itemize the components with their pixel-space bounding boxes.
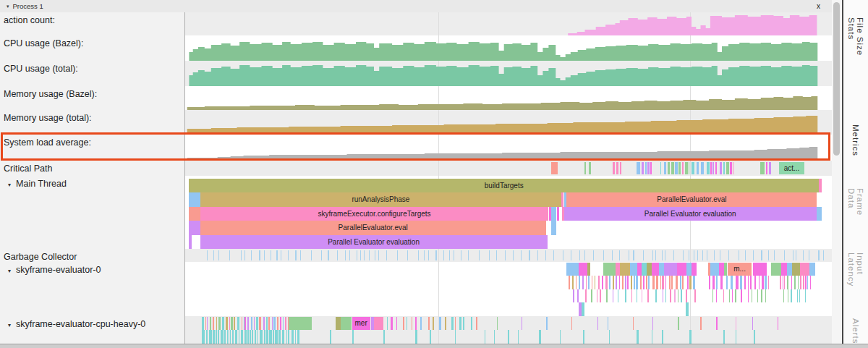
- trace-sliver[interactable]: [582, 276, 584, 289]
- trace-sliver[interactable]: [551, 162, 558, 174]
- trace-sliver[interactable]: [682, 276, 684, 289]
- trace-sliver[interactable]: [378, 250, 379, 260]
- trace-sliver[interactable]: [723, 330, 725, 343]
- trace-sliver[interactable]: [443, 250, 444, 260]
- trace-sliver[interactable]: [714, 250, 715, 260]
- timeline-track[interactable]: [185, 249, 832, 262]
- trace-sliver[interactable]: [224, 330, 226, 343]
- trace-sliver[interactable]: [485, 330, 485, 343]
- trace-sliver[interactable]: [288, 330, 290, 343]
- trace-sliver[interactable]: [579, 250, 580, 260]
- trace-sliver[interactable]: [642, 263, 647, 276]
- trace-sliver[interactable]: [720, 162, 722, 174]
- trace-sliver[interactable]: [433, 317, 434, 330]
- trace-sliver[interactable]: [255, 330, 256, 343]
- trace-sliver[interactable]: [468, 250, 469, 260]
- trace-sliver[interactable]: [281, 250, 281, 260]
- trace-sliver[interactable]: [656, 276, 658, 289]
- trace-sliver[interactable]: [229, 317, 230, 330]
- trace-sliver[interactable]: [227, 330, 228, 343]
- trace-sliver[interactable]: [602, 276, 603, 289]
- trace-sliver[interactable]: [374, 317, 383, 330]
- trace-sliver[interactable]: [579, 276, 580, 289]
- trace-sliver[interactable]: [295, 330, 297, 343]
- trace-sliver[interactable]: [715, 162, 717, 174]
- collapse-arrow-icon[interactable]: ▾: [8, 182, 11, 188]
- trace-sliver[interactable]: [598, 276, 600, 289]
- trace-sliver[interactable]: [539, 330, 540, 343]
- trace-sliver[interactable]: [591, 289, 592, 302]
- trace-sliver[interactable]: [229, 250, 230, 260]
- trace-sliver[interactable]: [461, 250, 461, 260]
- trace-sliver[interactable]: [189, 192, 200, 206]
- trace-sliver[interactable]: [757, 289, 758, 302]
- trace-sliver[interactable]: [709, 276, 710, 289]
- trace-sliver[interactable]: [739, 250, 739, 260]
- trace-sliver[interactable]: [748, 289, 749, 302]
- trace-sliver[interactable]: [513, 250, 514, 260]
- trace-sliver[interactable]: [686, 263, 692, 276]
- trace-sliver[interactable]: [451, 317, 453, 330]
- trace-sliver[interactable]: [762, 276, 764, 289]
- trace-sliver[interactable]: [463, 317, 464, 330]
- trace-sliver[interactable]: [595, 276, 596, 289]
- trace-sliver[interactable]: [642, 289, 642, 302]
- trace-sliver[interactable]: [675, 162, 678, 174]
- trace-sliver[interactable]: [650, 162, 652, 174]
- trace-sliver[interactable]: [817, 207, 821, 221]
- trace-sliver[interactable]: [300, 250, 301, 260]
- trace-sliver[interactable]: [671, 276, 673, 289]
- side-tab-frame-data[interactable]: Frame Data: [847, 188, 864, 236]
- trace-sliver[interactable]: [798, 276, 799, 289]
- trace-sliver[interactable]: [276, 250, 277, 260]
- trace-sliver[interactable]: [761, 250, 762, 260]
- trace-sliver[interactable]: [563, 250, 563, 260]
- trace-sliver[interactable]: [787, 276, 788, 289]
- trace-sliver[interactable]: [584, 162, 587, 174]
- trace-sliver[interactable]: [678, 289, 678, 302]
- trace-sliver[interactable]: [765, 276, 766, 289]
- trace-sliver[interactable]: [663, 289, 663, 302]
- trace-sliver[interactable]: [597, 317, 599, 330]
- trace-sliver[interactable]: [189, 207, 200, 221]
- trace-sliver[interactable]: [189, 235, 192, 249]
- trace-sliver[interactable]: [689, 330, 692, 343]
- collapse-arrow-icon[interactable]: ▾: [8, 268, 11, 274]
- vertical-scrollbar-thumb[interactable]: [833, 2, 840, 156]
- trace-sliver[interactable]: [218, 317, 221, 330]
- trace-sliver[interactable]: [207, 250, 208, 260]
- trace-sliver[interactable]: [613, 289, 613, 302]
- trace-sliver[interactable]: [726, 162, 729, 174]
- trace-sliver[interactable]: [260, 330, 263, 343]
- trace-sliver[interactable]: [280, 317, 281, 330]
- collapse-arrow-icon[interactable]: ▾: [7, 4, 9, 9]
- trace-sliver[interactable]: [631, 276, 632, 289]
- trace-sliver[interactable]: [213, 250, 214, 260]
- trace-sliver[interactable]: [569, 276, 570, 289]
- timeline-track[interactable]: m...: [185, 262, 832, 316]
- trace-sliver[interactable]: [719, 263, 724, 276]
- trace-sliver[interactable]: [600, 289, 601, 302]
- trace-sliver[interactable]: [403, 317, 404, 330]
- trace-sliver[interactable]: [652, 263, 660, 276]
- trace-sliver[interactable]: [230, 330, 231, 343]
- trace-sliver[interactable]: [637, 289, 637, 302]
- trace-sliver[interactable]: [571, 250, 571, 260]
- trace-sliver[interactable]: [566, 263, 579, 276]
- trace-sliver[interactable]: [791, 289, 791, 302]
- trace-sliver[interactable]: [292, 330, 294, 343]
- trace-sliver[interactable]: [800, 276, 801, 289]
- trace-sliver[interactable]: [753, 250, 754, 260]
- trace-sliver[interactable]: [636, 276, 637, 289]
- trace-sliver[interactable]: [471, 317, 472, 330]
- trace-sliver[interactable]: [784, 276, 785, 289]
- trace-sliver[interactable]: [357, 250, 357, 260]
- trace-sliver[interactable]: [629, 250, 629, 260]
- trace-sliver[interactable]: [652, 250, 653, 260]
- trace-sliver[interactable]: [213, 330, 215, 343]
- trace-sliver[interactable]: [750, 276, 751, 289]
- trace-sliver[interactable]: [800, 263, 809, 276]
- trace-sliver[interactable]: [720, 276, 722, 289]
- trace-sliver[interactable]: [716, 289, 717, 302]
- trace-sliver[interactable]: [680, 276, 681, 289]
